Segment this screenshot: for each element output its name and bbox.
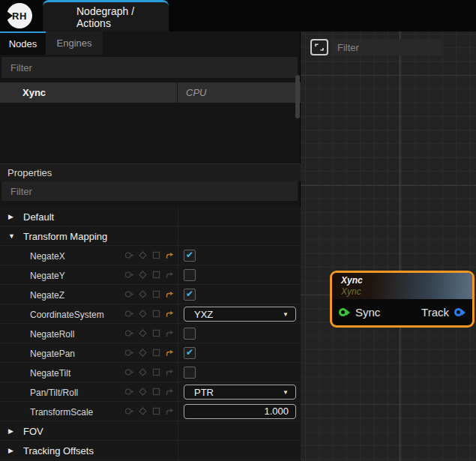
link-arrow-icon[interactable] [165,309,175,319]
input-port-icon[interactable] [339,308,350,316]
property-row-transformscale[interactable]: TransformScale1.000 [0,402,301,421]
keyframe-icon[interactable] [138,406,148,416]
property-icons [124,289,175,299]
checkbox-negatetilt[interactable] [184,367,196,379]
square-icon[interactable] [151,270,161,280]
square-icon[interactable] [151,387,161,397]
node-list-item-name[interactable]: Xync [0,82,177,103]
grid-major-hline [301,185,476,186]
socket-icon[interactable] [124,348,134,358]
app-logo[interactable]: RH [7,3,32,28]
number-input-transformscale[interactable]: 1.000 [184,404,296,419]
checkbox-negatex[interactable]: ✔ [184,250,196,262]
property-label: CoordinateSystem [30,310,104,320]
property-row-negatetilt[interactable]: NegateTilt [0,363,301,382]
tab-nodegraph-actions[interactable]: Nodegraph / Actions [43,0,169,31]
square-icon[interactable] [151,309,161,319]
socket-icon[interactable] [124,309,134,319]
output-port-track[interactable]: Track [421,306,466,319]
property-icons [124,387,175,397]
link-arrow-icon[interactable] [165,250,175,260]
keyframe-icon[interactable] [138,367,148,377]
property-row-pan-tilt-roll[interactable]: Pan/Tilt/RollPTR▼ [0,382,301,402]
keyframe-icon[interactable] [138,328,148,338]
property-row-negatez[interactable]: NegateZ✔ [0,285,301,304]
input-port-sync[interactable]: Sync [339,306,380,319]
output-port-icon[interactable] [454,308,466,316]
keyframe-icon[interactable] [138,250,148,260]
keyframe-icon[interactable] [138,387,148,397]
caret-down-icon[interactable]: ▼ [8,232,15,240]
link-arrow-icon[interactable] [165,348,175,358]
property-row-negatepan[interactable]: NegatePan✔ [0,343,301,363]
socket-icon[interactable] [124,250,134,260]
link-arrow-icon[interactable] [165,289,175,299]
square-icon[interactable] [151,289,161,299]
socket-icon[interactable] [124,328,134,338]
socket-icon[interactable] [124,406,134,416]
canvas-filter-input[interactable] [331,39,442,55]
dropdown-pan-tilt-roll[interactable]: PTR▼ [184,385,296,400]
property-row-negatey[interactable]: NegateY [0,265,301,285]
section-row-transform-mapping[interactable]: ▼Transform Mapping [0,226,301,246]
property-label: Pan/Tilt/Roll [30,388,78,398]
keyframe-icon[interactable] [138,348,148,358]
caret-right-icon[interactable]: ▶ [8,447,13,454]
checkbox-negatez[interactable]: ✔ [184,289,196,301]
square-icon[interactable] [151,367,161,377]
dropdown-coordinatesystem[interactable]: YXZ▼ [184,307,296,322]
section-row-fov[interactable]: ▶FOV [0,421,301,441]
property-label: TransformScale [30,407,93,418]
property-label: NegateRoll [30,329,74,340]
property-row-negateroll[interactable]: NegateRoll [0,324,301,343]
square-icon[interactable] [151,348,161,358]
link-arrow-icon[interactable] [165,387,175,397]
property-row-coordinatesystem[interactable]: CoordinateSystemYXZ▼ [0,304,301,324]
checkbox-negatepan[interactable]: ✔ [184,347,196,359]
node-header[interactable]: Xync Xync [332,273,472,299]
dropdown-value: PTR [184,387,283,398]
vertical-scrollbar-thumb[interactable] [295,75,300,118]
link-arrow-icon[interactable] [165,328,175,338]
section-label: Tracking Offsets [23,445,94,457]
socket-icon[interactable] [124,367,134,377]
square-icon[interactable] [151,250,161,260]
checkbox-negateroll[interactable] [184,328,196,340]
tab-engines[interactable]: Engines [46,31,103,55]
keyframe-icon[interactable] [138,289,148,299]
nodegraph-canvas[interactable]: Xync Xync Sync Track [301,31,476,461]
keyframe-icon[interactable] [138,309,148,319]
keyframe-icon[interactable] [138,270,148,280]
tab-nodes[interactable]: Nodes [0,31,46,55]
property-icons [124,367,175,377]
property-icons [124,309,175,319]
left-panel: Nodes Engines Xync CPU Properties ▶Defau… [0,31,301,461]
square-icon[interactable] [151,328,161,338]
section-row-tracking-offsets[interactable]: ▶Tracking Offsets [0,441,301,460]
section-row-default[interactable]: ▶Default [0,207,301,226]
link-arrow-icon[interactable] [165,270,175,280]
properties-header: Properties [0,163,301,181]
properties-filter-input[interactable] [1,181,298,201]
node-filter-input[interactable] [1,57,298,78]
socket-icon[interactable] [124,270,134,280]
square-icon[interactable] [151,406,161,416]
node-list-item-engine[interactable]: CPU [178,82,301,103]
caret-right-icon[interactable]: ▶ [8,213,13,220]
graph-node-xync[interactable]: Xync Xync Sync Track [330,271,475,328]
section-label: Default [23,211,54,223]
link-arrow-icon[interactable] [165,406,175,416]
grid-major-vline [400,31,400,461]
checkbox-negatey[interactable] [184,269,196,281]
socket-icon[interactable] [124,289,134,299]
caret-right-icon[interactable]: ▶ [8,427,13,435]
fit-view-button[interactable] [310,39,328,55]
dropdown-value: YXZ [184,309,283,320]
property-row-negatex[interactable]: NegateX✔ [0,246,301,265]
node-body: Sync Track [332,299,472,325]
link-arrow-icon[interactable] [165,367,175,377]
node-subtitle: Xync [341,286,361,297]
tab-nodes-label: Nodes [9,38,37,49]
input-port-label: Sync [355,306,380,319]
socket-icon[interactable] [124,387,134,397]
